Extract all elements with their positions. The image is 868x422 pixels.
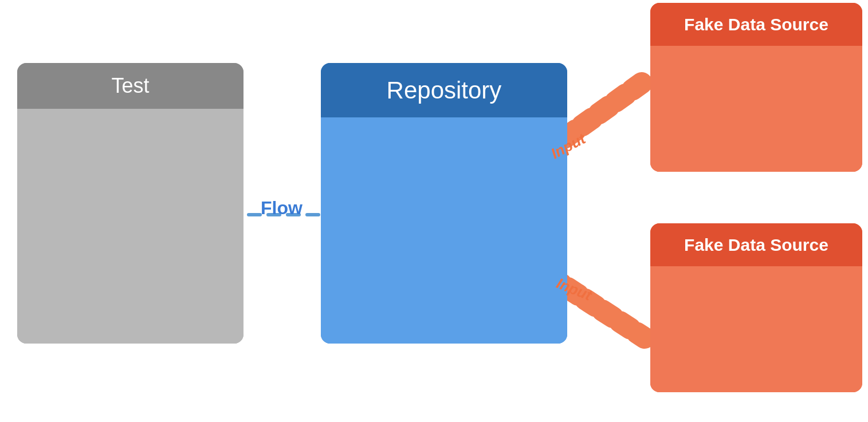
fake-top-title: Fake Data Source	[684, 15, 828, 34]
fake-bottom-body	[650, 266, 862, 392]
test-header: Test	[17, 63, 243, 109]
fake-data-source-bottom: Fake Data Source	[650, 223, 862, 392]
flow-label: Flow	[261, 198, 303, 219]
fake-top-body	[650, 46, 862, 172]
fake-top-header: Fake Data Source	[650, 3, 862, 46]
repo-title: Repository	[387, 77, 502, 104]
repo-header: Repository	[321, 63, 567, 117]
test-block: Test	[17, 63, 243, 344]
repo-body	[321, 117, 567, 344]
main-canvas: Test Repository Fake Data Source Fake Da…	[0, 0, 868, 422]
fake-bottom-header: Fake Data Source	[650, 223, 862, 266]
repo-block: Repository	[321, 63, 567, 344]
fake-bottom-title: Fake Data Source	[684, 235, 828, 255]
test-body	[17, 109, 243, 344]
fake-data-source-top: Fake Data Source	[650, 3, 862, 172]
test-title: Test	[111, 74, 149, 98]
